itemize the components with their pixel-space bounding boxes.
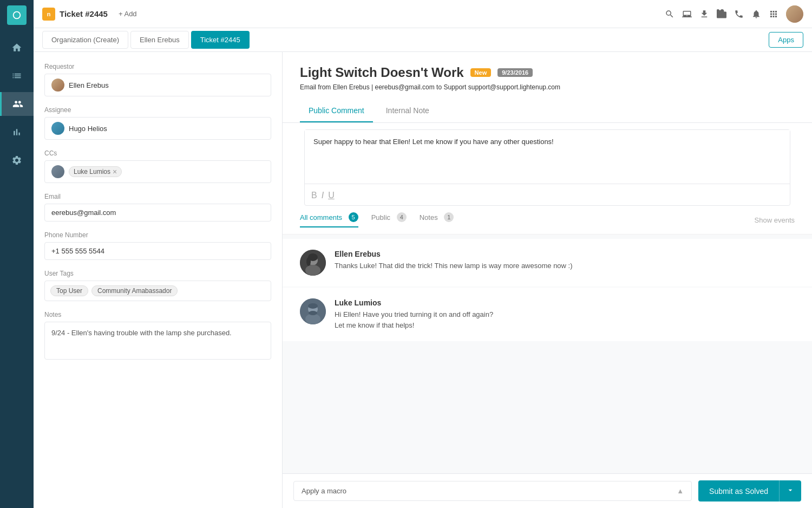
submit-dropdown-button[interactable] (779, 480, 801, 502)
sidebar-item-settings[interactable] (0, 148, 34, 172)
ticket-icon: n (42, 8, 55, 21)
filter-all[interactable]: All comments 5 (300, 212, 358, 227)
requestor-section: Requestor Ellen Erebus (44, 63, 271, 96)
ticket-top: Light Switch Doesn't Work New 9/23/2016 … (283, 52, 812, 235)
notes-label: Notes (44, 311, 271, 318)
reply-toolbar: B I U (305, 186, 790, 205)
tab-internal-note[interactable]: Internal Note (377, 100, 438, 122)
all-count: 5 (349, 212, 358, 222)
box-icon[interactable] (717, 9, 726, 19)
sidebar-item-home[interactable] (0, 36, 34, 60)
macro-selector[interactable]: Apply a macro ▲ (293, 481, 692, 501)
cc-name: Luke Lumios (74, 168, 110, 175)
phone-label: Phone Number (44, 231, 271, 239)
status-badge: New (470, 68, 492, 77)
top-header: n Ticket #2445 + Add (34, 0, 812, 28)
bottom-bar: Apply a macro ▲ Submit as Solved (283, 473, 812, 508)
notes-section: Notes 9/24 - Ellen's having trouble with… (44, 311, 271, 360)
download-icon[interactable] (699, 9, 709, 19)
ellen-avatar (300, 250, 326, 276)
comment-author: Luke Lumios (335, 298, 795, 307)
email-section: Email eerebus@gmail.com (44, 193, 271, 222)
notes-count: 1 (444, 212, 454, 222)
reply-textarea[interactable]: Super happy to hear that Ellen! Let me k… (305, 130, 790, 184)
ticket-header: Light Switch Doesn't Work New 9/23/2016 … (283, 52, 812, 100)
phone-section: Phone Number +1 555 555 5544 (44, 231, 271, 260)
tab-ellen[interactable]: Ellen Erebus (130, 31, 189, 49)
comment-author: Ellen Erebus (335, 250, 795, 258)
svg-point-2 (305, 265, 320, 276)
assignee-avatar (51, 122, 64, 135)
submit-button[interactable]: Submit as Solved (698, 480, 779, 502)
main-area: n Ticket #2445 + Add (34, 0, 812, 508)
notes-field[interactable]: 9/24 - Ellen's having trouble with the l… (44, 322, 271, 360)
assignee-field[interactable]: Hugo Helios (44, 117, 271, 140)
ticket-subject: Light Switch Doesn't Work New 9/23/2016 (300, 65, 795, 80)
cc-remove-button[interactable]: × (113, 168, 117, 175)
ticket-meta: Email from Ellen Erebus | eerebus@gmail.… (300, 83, 795, 91)
filter-notes-label: Notes (420, 213, 438, 222)
cc-tag: Luke Lumios × (69, 166, 122, 177)
user-tags-field[interactable]: Top User Community Amabassador (44, 281, 271, 301)
tab-ticket[interactable]: Ticket #2445 (191, 31, 250, 49)
grid-icon[interactable] (769, 9, 778, 19)
sidebar (0, 0, 34, 508)
user-tags-section: User Tags Top User Community Amabassador (44, 270, 271, 301)
tab-public-comment[interactable]: Public Comment (300, 100, 373, 122)
ccs-field[interactable]: Luke Lumios × (44, 160, 271, 183)
assignee-name: Hugo Helios (69, 125, 107, 133)
macro-label: Apply a macro (302, 487, 346, 495)
left-panel: Requestor Ellen Erebus Assignee Hugo Hel… (34, 52, 283, 508)
sidebar-item-chart[interactable] (0, 120, 34, 144)
filter-notes[interactable]: Notes 1 (420, 212, 454, 227)
luke-avatar (300, 298, 326, 324)
show-events[interactable]: Show events (755, 216, 795, 224)
content-area: Requestor Ellen Erebus Assignee Hugo Hel… (34, 52, 812, 508)
italic-icon[interactable]: I (322, 191, 324, 200)
email-value: eerebus@gmail.com (51, 209, 116, 217)
assignee-section: Assignee Hugo Helios (44, 106, 271, 140)
requestor-avatar (51, 79, 64, 92)
bold-icon[interactable]: B (311, 191, 317, 200)
svg-point-4 (306, 257, 311, 266)
monitor-icon[interactable] (682, 9, 692, 19)
underline-icon[interactable]: U (328, 191, 335, 200)
search-icon[interactable] (665, 9, 675, 19)
filter-all-label: All comments (300, 213, 342, 222)
right-panel: Light Switch Doesn't Work New 9/23/2016 … (283, 52, 812, 508)
svg-point-9 (309, 311, 317, 315)
ccs-section: CCs Luke Lumios × (44, 149, 271, 183)
reply-box: Super happy to hear that Ellen! Let me k… (304, 129, 790, 206)
ccs-label: CCs (44, 149, 271, 157)
requestor-name: Ellen Erebus (69, 81, 109, 89)
comments-area: Ellen Erebus Thanks Luke! That did the t… (283, 235, 812, 473)
filter-public-label: Public (371, 213, 390, 222)
phone-field[interactable]: +1 555 555 5544 (44, 242, 271, 260)
notification-icon[interactable] (751, 9, 761, 19)
add-button[interactable]: + Add (119, 10, 137, 18)
comment-text: Thanks Luke! That did the trick! This ne… (335, 260, 795, 271)
apps-button[interactable]: Apps (769, 32, 803, 48)
header-icons (665, 5, 803, 23)
requestor-field[interactable]: Ellen Erebus (44, 74, 271, 96)
comment-list: Ellen Erebus Thanks Luke! That did the t… (283, 235, 812, 347)
assignee-label: Assignee (44, 106, 271, 114)
ticket-title-header: n Ticket #2445 (42, 8, 108, 21)
comment-item: Ellen Erebus Thanks Luke! That did the t… (283, 239, 812, 286)
sidebar-item-list[interactable] (0, 64, 34, 88)
tag-community-ambassador: Community Amabassador (91, 285, 178, 296)
ticket-meta-text: Email from Ellen Erebus | eerebus@gmail.… (300, 83, 560, 91)
email-label: Email (44, 193, 271, 200)
phone-icon[interactable] (734, 9, 744, 19)
tab-bar: Organization (Create) Ellen Erebus Ticke… (34, 28, 812, 52)
comment-body: Luke Lumios Hi Ellen! Have you tried tur… (335, 298, 795, 330)
user-avatar[interactable] (786, 5, 803, 23)
tab-org[interactable]: Organization (Create) (42, 31, 128, 49)
public-count: 4 (397, 212, 407, 222)
sidebar-item-users[interactable] (0, 92, 34, 116)
filter-public[interactable]: Public 4 (371, 212, 407, 227)
submit-group: Submit as Solved (698, 480, 801, 502)
comment-body: Ellen Erebus Thanks Luke! That did the t… (335, 250, 795, 276)
logo[interactable] (7, 5, 27, 25)
email-field[interactable]: eerebus@gmail.com (44, 204, 271, 222)
